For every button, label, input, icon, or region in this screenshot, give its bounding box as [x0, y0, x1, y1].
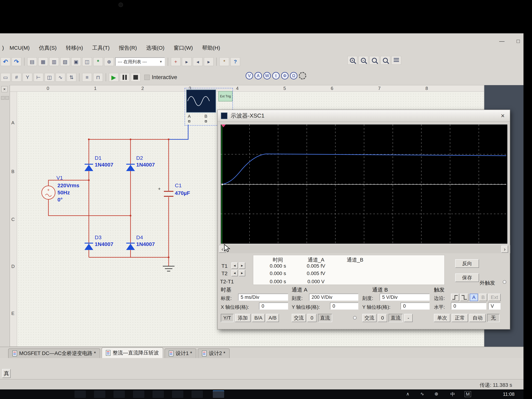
wattmeter-icon[interactable]: W — [263, 72, 271, 79]
database-icon[interactable]: ⊕ — [104, 57, 114, 66]
rising-edge-icon[interactable] — [451, 294, 459, 301]
timebase-xpos-field[interactable]: 0 — [259, 303, 288, 310]
component-icon-6[interactable]: ∿ — [56, 73, 65, 82]
timer-icon[interactable]: t — [272, 72, 280, 79]
language-indicator[interactable]: M — [465, 391, 471, 397]
taskbar-app-active[interactable] — [213, 391, 224, 398]
taskbar-app-3[interactable] — [114, 391, 125, 398]
scope-scrollbar[interactable]: ‹ › — [218, 245, 510, 253]
add-mode-button[interactable]: 添加 — [235, 314, 251, 322]
taskbar-app-7[interactable] — [191, 391, 203, 398]
t1-left-button[interactable]: ◄ — [231, 262, 238, 269]
tab-mosfet-inverter[interactable]: MOSFET DC—AC全桥逆变电路 * — [8, 348, 100, 358]
oscilloscope-window[interactable]: 示波器-XSC1 × — [217, 110, 510, 329]
t2-right-button[interactable]: ► — [239, 270, 245, 276]
t1-right-button[interactable]: ► — [239, 262, 245, 269]
erc-icon[interactable]: + — [171, 57, 181, 66]
taskbar-app-4[interactable] — [133, 391, 144, 398]
falling-edge-icon[interactable] — [460, 294, 468, 301]
panel-mini-box-1[interactable] — [1, 96, 5, 100]
gear-icon[interactable] — [299, 72, 306, 79]
undo-icon[interactable]: ↶ — [1, 57, 10, 66]
panel-close-button[interactable]: × — [1, 86, 7, 92]
panel-mini-box-2[interactable] — [5, 96, 9, 100]
yt-mode-button[interactable]: Y/T — [221, 314, 234, 322]
channel-a-scale-field[interactable]: 200 V/Div — [309, 294, 358, 301]
ammeter-icon[interactable]: A — [254, 72, 262, 79]
channel-b-zero-button[interactable]: 0 — [378, 314, 387, 322]
terminal-b-dot[interactable] — [205, 120, 207, 122]
ohmmeter-icon[interactable]: Ω — [290, 72, 298, 79]
grid-icon-5[interactable]: ▣ — [71, 57, 81, 66]
trigger-none-button[interactable]: 无 — [487, 314, 500, 322]
zoom-area-icon[interactable] — [370, 56, 379, 64]
component-icon-8[interactable]: ≡ — [82, 73, 92, 82]
grid-icon-1[interactable]: ▤ — [27, 57, 37, 66]
taskbar-app-2[interactable] — [94, 391, 105, 398]
trigger-auto-button[interactable]: 自动 — [469, 314, 486, 322]
ba-mode-button[interactable]: B/A — [252, 314, 265, 322]
channel-a-ypos-field[interactable]: 0 — [330, 303, 358, 310]
channel-a-ac-button[interactable]: 交流 — [292, 314, 306, 322]
new-component-icon[interactable]: * — [93, 57, 103, 66]
stop-simulation-button[interactable] — [131, 73, 140, 82]
ground-symbol[interactable] — [163, 266, 175, 271]
scope-probe-wire[interactable] — [169, 125, 188, 139]
channel-a-radio[interactable] — [353, 316, 357, 320]
scroll-right-button[interactable]: › — [501, 246, 508, 253]
ac-source-v1[interactable]: + — [42, 186, 55, 199]
grid-icon-3[interactable]: ▥ — [49, 57, 59, 66]
taskbar-app-5[interactable] — [152, 391, 164, 398]
redo-icon[interactable]: ↷ — [12, 57, 21, 66]
phase-probe-icon[interactable]: Φ — [281, 72, 289, 79]
tray-up-icon[interactable]: ∧ — [406, 391, 410, 397]
channel-b-scale-field[interactable]: 5 V/Div — [380, 294, 430, 301]
pause-simulation-button[interactable] — [120, 73, 129, 82]
trigger-normal-button[interactable]: 正常 — [452, 314, 468, 322]
trigger-single-button[interactable]: 单次 — [434, 314, 450, 322]
menu-item-help[interactable]: 帮助(H) — [197, 43, 225, 53]
back-annotate-icon[interactable]: ◂ — [193, 57, 203, 66]
channel-b-ypos-field[interactable]: 0 — [401, 303, 430, 310]
grid-icon-6[interactable]: ◫ — [82, 57, 92, 66]
component-icon-3[interactable]: Y — [23, 73, 32, 82]
grid-icon-2[interactable]: ▦ — [38, 57, 48, 66]
close-icon[interactable]: × — [499, 112, 507, 120]
ime-indicator[interactable]: 中 — [450, 391, 455, 397]
windows-taskbar[interactable]: ∧ ∿ ⊕ 中 M 11:08 — [0, 389, 524, 399]
capacitor-c1[interactable]: + — [158, 186, 173, 196]
export-icon[interactable]: ▸ — [182, 57, 191, 66]
tab-rectifier-buck[interactable]: 整流—直流降压斩波 — [101, 347, 163, 358]
ext-trigger-radio[interactable] — [503, 280, 506, 284]
save-button[interactable]: 保存 — [455, 273, 479, 282]
reverse-button[interactable]: 反向 — [455, 259, 479, 268]
component-icon-5[interactable]: ◫ — [45, 73, 54, 82]
menu-item-reports[interactable]: 报告(R) — [114, 43, 141, 53]
component-icon-1[interactable]: ▭ — [1, 73, 10, 82]
trigger-level-field[interactable]: 0 — [451, 303, 487, 310]
channel-b-dc-button[interactable]: 直流 — [388, 314, 403, 322]
channel-b-minus-button[interactable]: - — [404, 314, 413, 322]
ab-mode-button[interactable]: A/B — [266, 314, 279, 322]
menu-item-transfer[interactable]: 转移(n) — [61, 43, 88, 53]
trigger-level-unit[interactable]: V — [488, 303, 500, 310]
menu-item-tools[interactable]: 工具(T) — [88, 43, 114, 53]
channel-b-ac-button[interactable]: 交流 — [362, 314, 376, 322]
wires[interactable] — [48, 139, 169, 266]
taskbar-app-6[interactable] — [172, 391, 183, 398]
terminal-a-dot[interactable] — [188, 120, 190, 122]
zoom-fit-icon[interactable] — [380, 56, 390, 64]
full-screen-icon[interactable] — [392, 56, 401, 64]
component-icon-2[interactable]: # — [12, 73, 21, 82]
timebase-scale-field[interactable]: 5 ms/Div — [238, 294, 288, 301]
component-icon-4[interactable]: ⊢ — [34, 73, 43, 82]
run-simulation-button[interactable]: ▶ — [109, 73, 119, 82]
menu-item-options[interactable]: 选项(O) — [141, 43, 169, 53]
tab-design2[interactable]: 设计2 * — [198, 348, 229, 358]
menu-item-simulate[interactable]: 仿真(S) — [34, 43, 61, 53]
trigger-source-b-button[interactable]: B — [479, 294, 487, 301]
voltmeter-icon[interactable]: V — [246, 72, 253, 79]
zoom-in-icon[interactable]: + — [348, 56, 357, 64]
taskbar-clock[interactable]: 11:08 — [503, 392, 515, 397]
wizard-icon[interactable]: * — [220, 57, 229, 66]
